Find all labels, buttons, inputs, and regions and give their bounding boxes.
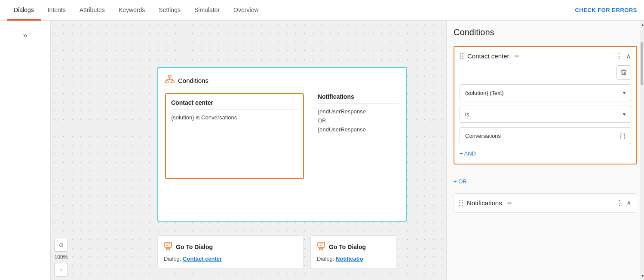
notifications-section-left: Notifications ✏ <box>459 199 512 207</box>
delete-btn-row <box>460 65 631 80</box>
focus-button[interactable]: ⊙ <box>54 238 68 252</box>
notifications-collapse-button[interactable]: ∧ <box>626 199 632 207</box>
scroll-up-button[interactable]: ▲ <box>641 22 644 27</box>
canvas-block-header: Conditions <box>165 75 399 86</box>
canvas-conditions-title: Conditions <box>178 77 209 84</box>
conditions-icon <box>165 75 175 86</box>
top-nav: Dialogs Intents Attributes Keywords Sett… <box>0 0 644 21</box>
scrollbar-thumb[interactable] <box>641 42 643 85</box>
canvas-contact-center-title: Contact center <box>171 99 298 110</box>
goto-icon-2 <box>317 242 325 252</box>
scroll-down-button[interactable]: ▼ <box>641 274 644 278</box>
condition-section-actions: ⋮ ∧ <box>616 52 631 60</box>
canvas-notifications-text2: {endUserResponse <box>318 126 399 133</box>
canvas-area[interactable]: Conditions Contact center {solution} is … <box>51 21 446 280</box>
three-dots-button[interactable]: ⋮ <box>616 52 623 60</box>
svg-rect-7 <box>165 242 172 247</box>
tab-dialogs[interactable]: Dialogs <box>7 0 41 21</box>
and-button[interactable]: + AND <box>460 149 476 158</box>
solution-dropdown[interactable]: {solution} (Text) ▾ <box>460 84 631 101</box>
notifications-section-header: Notifications ✏ ⋮ ∧ <box>459 199 632 207</box>
contact-center-section-title: Contact center <box>467 52 509 60</box>
is-dropdown-text: is <box>465 111 469 118</box>
right-panel-title: Conditions <box>454 27 637 37</box>
right-panel: Conditions Contact center ✏ ⋮ ∧ <box>446 21 644 280</box>
delete-button[interactable] <box>616 65 631 80</box>
or-button[interactable]: + OR <box>454 177 467 186</box>
notifications-section-title: Notifications <box>467 199 502 207</box>
svg-rect-10 <box>166 248 170 250</box>
is-dropdown-arrow: ▾ <box>623 111 626 117</box>
canvas-goto-header-2: Go To Dialog <box>317 242 390 252</box>
canvas-conditions-block: Conditions Contact center {solution} is … <box>157 67 407 222</box>
notifications-three-dots-button[interactable]: ⋮ <box>616 199 623 207</box>
drag-handle[interactable] <box>460 53 464 59</box>
notifications-section: Notifications ✏ ⋮ ∧ <box>454 193 637 213</box>
canvas-goto-header-1: Go To Dialog <box>164 242 297 252</box>
canvas-contact-center-card: Contact center {solution} is Conversatio… <box>165 93 304 179</box>
canvas-notifications-card: Notifications {endUserResponse OR {endUs… <box>318 93 399 179</box>
notifications-edit-icon[interactable]: ✏ <box>507 200 512 207</box>
canvas-goto-link-2[interactable]: Notificatio <box>336 256 363 262</box>
canvas-goto-title-2: Go To Dialog <box>329 243 366 250</box>
solution-dropdown-arrow: ▾ <box>623 90 626 96</box>
tab-keywords[interactable]: Keywords <box>112 0 152 21</box>
canvas-goto-title-1: Go To Dialog <box>176 243 213 250</box>
canvas-bottom-blocks: Go To Dialog Dialog: Contact center <box>157 235 396 268</box>
svg-rect-1 <box>166 81 168 83</box>
canvas-contact-center-text: {solution} is Conversations <box>171 114 298 121</box>
expand-sidebar-button[interactable]: » <box>19 27 31 43</box>
canvas-goto-text-1: Dialog: Contact center <box>164 256 297 262</box>
curly-braces-icon[interactable]: { } <box>620 132 626 139</box>
solution-dropdown-text: {solution} (Text) <box>465 90 504 96</box>
canvas-notifications-title: Notifications <box>318 93 399 104</box>
svg-rect-12 <box>318 242 325 247</box>
canvas-goto-link-1[interactable]: Contact center <box>183 256 222 262</box>
collapse-button[interactable]: ∧ <box>626 52 631 60</box>
tab-attributes[interactable]: Attributes <box>73 0 112 21</box>
main-layout: » Conditions <box>0 21 644 280</box>
notifications-section-actions: ⋮ ∧ <box>616 199 632 207</box>
canvas-goto-text-2: Dialog: Notificatio <box>317 256 390 262</box>
value-input[interactable]: Conversations { } <box>460 127 631 144</box>
canvas-notifications-text1: {endUserResponse <box>318 108 399 115</box>
notifications-drag-handle[interactable] <box>459 200 463 206</box>
tab-intents[interactable]: Intents <box>41 0 73 21</box>
condition-section-header: Contact center ✏ ⋮ ∧ <box>460 52 631 60</box>
check-errors-button[interactable]: CHECK FOR ERRORS <box>575 7 637 13</box>
canvas-goto-block-1: Go To Dialog Dialog: Contact center <box>157 235 304 268</box>
contact-center-edit-icon[interactable]: ✏ <box>515 53 520 60</box>
svg-rect-2 <box>172 81 174 83</box>
left-sidebar: » <box>0 21 51 280</box>
scrollbar-track[interactable]: ▲ ▼ <box>640 21 644 280</box>
canvas-or-text: OR <box>318 117 399 124</box>
svg-rect-15 <box>319 248 323 250</box>
tab-settings[interactable]: Settings <box>152 0 187 21</box>
tab-overview[interactable]: Overview <box>227 0 265 21</box>
condition-section-left: Contact center ✏ <box>460 52 520 60</box>
svg-rect-0 <box>169 75 171 77</box>
bottom-left-controls: ⊙ 100% + <box>54 238 68 277</box>
contact-center-condition-section: Contact center ✏ ⋮ ∧ {solution} (Text) <box>454 46 637 164</box>
value-input-text: Conversations <box>465 133 501 139</box>
zoom-in-button[interactable]: + <box>54 263 68 277</box>
tab-simulator[interactable]: Simulator <box>187 0 227 21</box>
zoom-label: 100% <box>54 254 68 260</box>
goto-icon-1 <box>164 242 172 252</box>
is-dropdown[interactable]: is ▾ <box>460 106 631 123</box>
canvas-goto-block-2: Go To Dialog Dialog: Notificatio <box>310 235 396 268</box>
